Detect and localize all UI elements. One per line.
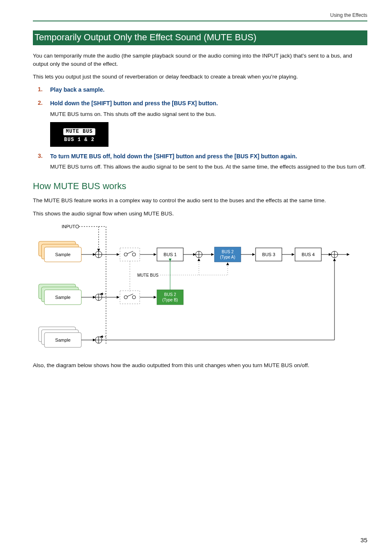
- section-title: Temporarily Output Only the Effect Sound…: [33, 30, 367, 45]
- svg-rect-48: [120, 291, 140, 304]
- step-3: 3. To turn MUTE BUS off, hold down the […: [33, 153, 367, 171]
- steps-list: 1. Play back a sample. 2. Hold down the …: [33, 86, 367, 171]
- diagram-bus3: BUS 3: [262, 252, 275, 257]
- signal-flow-diagram: INPUT Sample BUS 1: [33, 222, 367, 356]
- diagram-sample-c: Sample: [55, 338, 70, 342]
- svg-point-49: [124, 296, 127, 299]
- step-number: 1.: [38, 86, 43, 92]
- works-p2: This shows the audio signal flow when us…: [33, 210, 367, 218]
- lcd-line1: MUTE BUS: [63, 128, 95, 135]
- diagram-mutebus-label: MUTE BUS: [137, 273, 159, 278]
- lcd-screenshot: MUTE BUS BUS 1 & 2: [50, 122, 108, 146]
- diagram-input-label: INPUT: [62, 224, 75, 229]
- svg-line-16: [127, 251, 133, 254]
- diagram-bus2b-l2: (Type B): [162, 298, 178, 302]
- svg-rect-13: [120, 248, 140, 261]
- svg-line-51: [127, 294, 133, 296]
- step-body: MUTE BUS turns on. This shuts off the au…: [50, 110, 367, 118]
- step-number: 2.: [38, 99, 43, 106]
- running-header: Using the Effects: [33, 12, 367, 21]
- step-1: 1. Play back a sample.: [33, 86, 367, 94]
- page-number: 35: [360, 536, 367, 543]
- diagram-bus4: BUS 4: [302, 252, 315, 257]
- intro-p2: This lets you output just the sound of r…: [33, 73, 367, 81]
- diagram-bus2a-l2: (Type A): [220, 255, 235, 259]
- intro-p1: You can temporarily mute the audio (the …: [33, 52, 367, 68]
- svg-point-50: [132, 296, 136, 299]
- step-heading: To turn MUTE BUS off, hold down the [SHI…: [50, 153, 367, 161]
- diagram-bus1: BUS 1: [164, 252, 177, 257]
- step-number: 3.: [38, 153, 43, 159]
- diagram-bus2b-l1: BUS 2: [164, 292, 176, 297]
- diagram-sample-b: Sample: [55, 295, 70, 300]
- step-body: MUTE BUS turns off. This allows the audi…: [50, 163, 367, 171]
- diagram-bus2a-l1: BUS 2: [222, 250, 234, 254]
- step-heading: Play back a sample.: [50, 86, 367, 94]
- svg-point-15: [132, 253, 136, 256]
- svg-point-0: [76, 225, 79, 228]
- subsection-title: How MUTE BUS works: [33, 181, 367, 192]
- svg-point-14: [124, 253, 127, 256]
- step-heading: Hold down the [SHIFT] button and press t…: [50, 99, 367, 108]
- works-p1: The MUTE BUS feature works in a complex …: [33, 197, 367, 205]
- works-p3: Also, the diagram below shows how the au…: [33, 361, 367, 370]
- lcd-line2: BUS 1 & 2: [50, 137, 108, 143]
- step-2: 2. Hold down the [SHIFT] button and pres…: [33, 99, 367, 147]
- diagram-sample-a: Sample: [55, 252, 70, 257]
